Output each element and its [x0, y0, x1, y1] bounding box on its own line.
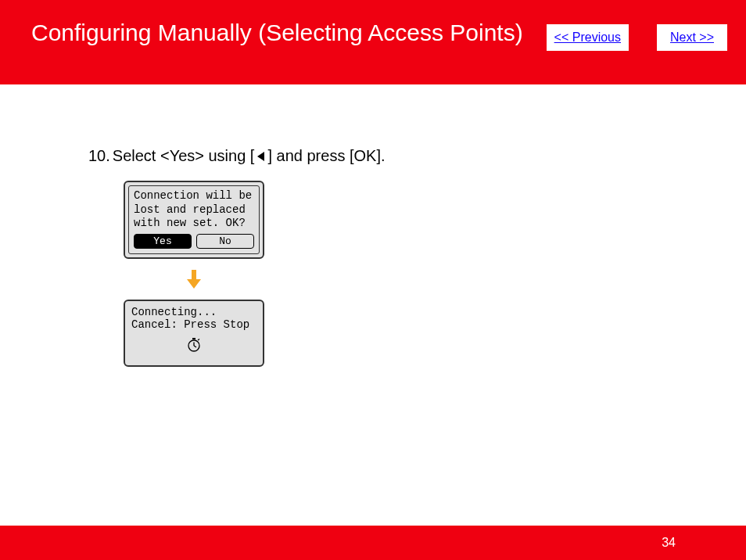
previous-button[interactable]: << Previous [547, 24, 629, 51]
connecting-screen: Connecting... Cancel: Press Stop [124, 300, 264, 367]
screen-sequence: Connection will be lost and replaced wit… [124, 181, 264, 367]
confirmation-screen: Connection will be lost and replaced wit… [124, 181, 264, 259]
nav-buttons: << Previous Next >> [547, 24, 727, 51]
svg-rect-3 [192, 338, 195, 339]
no-button: No [196, 234, 254, 249]
step-text-1: Select <Yes> using [ [113, 147, 255, 165]
step-text-2: ] and press [OK]. [267, 147, 385, 165]
page-number: 34 [662, 536, 676, 550]
footer-bar: 34 [0, 526, 746, 560]
yes-button: Yes [134, 234, 192, 249]
step-instruction: 10. Select <Yes> using [] and press [OK]… [88, 147, 746, 165]
down-arrow-icon [187, 270, 201, 289]
svg-line-4 [198, 339, 199, 340]
clock-icon [131, 337, 256, 357]
next-button[interactable]: Next >> [657, 24, 727, 51]
header-bar: Configuring Manually (Selecting Access P… [0, 0, 746, 84]
connecting-line-1: Connecting... [131, 306, 256, 318]
confirmation-screen-inner: Connection will be lost and replaced wit… [128, 185, 260, 254]
confirm-line-2: lost and replaced [134, 203, 254, 217]
confirm-message: Connection will be lost and replaced wit… [134, 189, 254, 231]
page-title: Configuring Manually (Selecting Access P… [31, 20, 547, 46]
yes-no-row: Yes No [134, 234, 254, 249]
confirm-line-1: Connection will be [134, 189, 254, 203]
left-arrow-icon [257, 152, 264, 161]
confirm-line-3: with new set. OK? [134, 217, 254, 231]
svg-line-2 [194, 346, 196, 347]
step-number: 10. [88, 147, 110, 165]
connecting-line-2: Cancel: Press Stop [131, 318, 256, 331]
content-area: 10. Select <Yes> using [] and press [OK]… [0, 84, 746, 367]
